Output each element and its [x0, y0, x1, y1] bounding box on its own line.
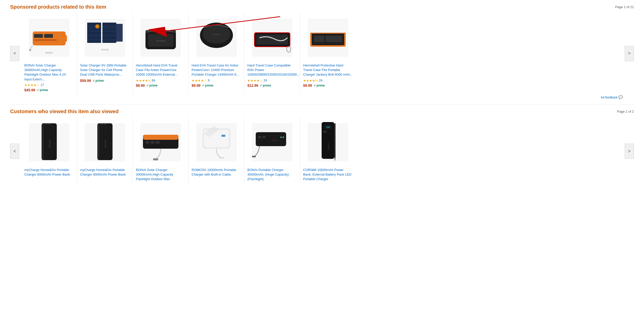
svg-rect-54 [156, 141, 159, 144]
cv-product-2-image-container: myCharge [80, 120, 130, 165]
product-5-price: $12.99 [247, 83, 258, 88]
svg-rect-59 [222, 135, 225, 137]
svg-rect-61 [258, 136, 261, 138]
product-1-price-row: $45.99 ✓prime [24, 88, 74, 92]
cv-product-3-image[interactable] [140, 123, 181, 161]
customers-viewed-section: Customers who viewed this item also view… [0, 105, 644, 189]
product-5-reviews[interactable]: 24 [264, 79, 267, 82]
sponsored-carousel: < BONAI [10, 13, 634, 94]
product-2-price: $59.99 [80, 79, 91, 83]
product-4-price: $9.99 [192, 83, 200, 88]
sponsored-nav-right[interactable]: > [625, 46, 634, 61]
product-1-rating-row: ★★★★☆ 17 [24, 83, 74, 87]
svg-marker-72 [334, 158, 336, 161]
product-4-reviews[interactable]: 9 [208, 79, 210, 82]
svg-point-21 [95, 24, 99, 28]
cv-product-3: BONAI Solar Charger 30000mAh,High Capaci… [133, 117, 189, 185]
customers-viewed-header: Customers who viewed this item also view… [10, 109, 634, 114]
svg-rect-48 [104, 124, 106, 125]
cv-product-2-title[interactable]: myCharge Home&Go Portable Charger 4000mA… [80, 168, 130, 177]
cv-product-5: BONAI BONAI Portable Charger 30000mAh, (… [244, 117, 300, 185]
svg-rect-53 [151, 141, 154, 144]
product-6-title[interactable]: Hermitshell Protective Hard Travel Case … [303, 63, 353, 77]
prime-check-icon-6: ✓ [314, 84, 316, 87]
cv-product-4-title[interactable]: ROMOSS 10000mAh Portable Charger with Bu… [192, 168, 241, 177]
svg-rect-3 [64, 35, 67, 42]
product-4-image-container: IIXACE [192, 15, 241, 61]
cv-product-5-image[interactable]: BONAI [252, 123, 292, 161]
prime-check-icon: ✓ [37, 88, 39, 92]
svg-text:CORNMI: CORNMI [328, 143, 329, 150]
customers-viewed-nav-left[interactable]: < [10, 144, 19, 159]
product-3-reviews[interactable]: 84 [152, 79, 155, 82]
svg-rect-32 [256, 35, 288, 45]
cv-product-5-title[interactable]: BONAI Portable Charger 30000mAh, (Huge C… [247, 168, 297, 182]
svg-text:IIXACE: IIXACE [101, 48, 109, 51]
sponsored-product-3: IOKHEIRA Hermitshell Hard EVA Travel Cas… [133, 13, 189, 94]
product-6-image[interactable] [308, 19, 348, 57]
ad-feedback[interactable]: Ad feedback 💬 [10, 94, 634, 100]
customers-viewed-nav-right[interactable]: > [625, 144, 634, 159]
svg-rect-39 [325, 36, 342, 42]
product-1-title[interactable]: BONAI Solar Charger 30000mAh,High Capaci… [24, 63, 74, 82]
product-5-rating-row: ★★★★☆ 24 [247, 79, 297, 82]
product-6-price-row: $9.99 ✓prime [303, 83, 353, 88]
svg-point-33 [287, 46, 291, 52]
svg-point-64 [280, 137, 282, 138]
prime-check-icon-2: ✓ [93, 79, 95, 82]
svg-text:BONAI: BONAI [271, 139, 278, 142]
cv-product-2-image[interactable]: myCharge [85, 123, 125, 161]
sponsored-product-6: Hermitshell Protective Hard Travel Case … [300, 13, 356, 94]
cv-product-5-image-container: BONAI [247, 120, 297, 165]
cv-product-6-image[interactable]: 100 CORNMI [308, 123, 348, 161]
product-3-image[interactable]: IOKHEIRA [140, 19, 181, 57]
svg-rect-12 [116, 24, 123, 42]
product-2-title[interactable]: Solar Charger 6V 28W Portable Solar Char… [80, 63, 130, 77]
product-4-title[interactable]: Hard EVA Travel Case for Anker PowerCore… [192, 63, 241, 77]
product-6-rating-row: ★★★★½ 24 [303, 79, 353, 82]
svg-rect-55 [153, 158, 158, 160]
svg-rect-38 [314, 36, 324, 42]
svg-rect-52 [145, 141, 149, 144]
product-2-price-row: $59.99 ✓prime [80, 79, 130, 83]
cv-product-1-title[interactable]: myCharge Home&Go Portable Charger 8000mA… [24, 168, 74, 177]
product-3-title[interactable]: Hermitshell Hard EVA Travel Case Fits An… [136, 63, 185, 77]
product-6-price: $9.99 [303, 83, 312, 88]
product-6-reviews[interactable]: 24 [319, 79, 322, 82]
sponsored-section: Sponsored products related to this item … [0, 0, 644, 104]
cv-product-1-image-container: myCharge [24, 120, 74, 165]
product-3-rating-row: ★★★★½ 84 [136, 79, 185, 82]
ad-feedback-icon: 💬 [618, 95, 623, 99]
cv-product-1: myCharge myCharge Home&Go Portable Charg… [21, 117, 77, 185]
product-1-image-container: BONAI [24, 15, 74, 61]
product-1-reviews[interactable]: 17 [41, 83, 44, 87]
product-2-image[interactable]: IIXACE [85, 19, 125, 57]
product-4-rating-row: ★★★★☆ 9 [192, 79, 241, 82]
customers-viewed-title: Customers who viewed this item also view… [10, 109, 119, 114]
product-3-price: $8.99 [136, 83, 145, 88]
product-1-image[interactable]: BONAI [29, 19, 69, 57]
prime-check-icon-5: ✓ [260, 84, 262, 87]
svg-text:myCharge: myCharge [49, 140, 51, 148]
svg-rect-66 [252, 156, 256, 157]
product-1-price: $45.99 [24, 88, 35, 92]
svg-rect-4 [34, 34, 43, 38]
cv-product-3-title[interactable]: BONAI Solar Charger 30000mAh,High Capaci… [136, 168, 185, 182]
product-4-price-row: $9.99 ✓prime [192, 83, 241, 88]
cv-product-6-title[interactable]: CORNMI 10000mAh Power Bank, External Bat… [303, 168, 353, 182]
svg-text:myCharge: myCharge [104, 140, 106, 148]
svg-line-7 [30, 45, 33, 49]
svg-text:IIXACE: IIXACE [213, 33, 220, 36]
product-4-image[interactable]: IIXACE [196, 19, 237, 57]
cv-product-4-image[interactable] [196, 123, 237, 161]
product-5-image[interactable] [252, 19, 292, 57]
cv-product-1-image[interactable]: myCharge [29, 123, 69, 161]
svg-rect-46 [98, 123, 99, 160]
product-5-title[interactable]: Hard Travel Case Compatible RAV Power 10… [247, 63, 297, 77]
sponsored-nav-left[interactable]: < [10, 46, 19, 61]
cv-product-6: 100 CORNMI CORNMI 10000mAh Power Bank, E… [300, 117, 356, 185]
svg-rect-41 [42, 123, 44, 160]
product-4-prime: ✓prime [202, 84, 213, 87]
product-6-image-container [303, 15, 353, 61]
svg-text:100: 100 [326, 126, 330, 128]
